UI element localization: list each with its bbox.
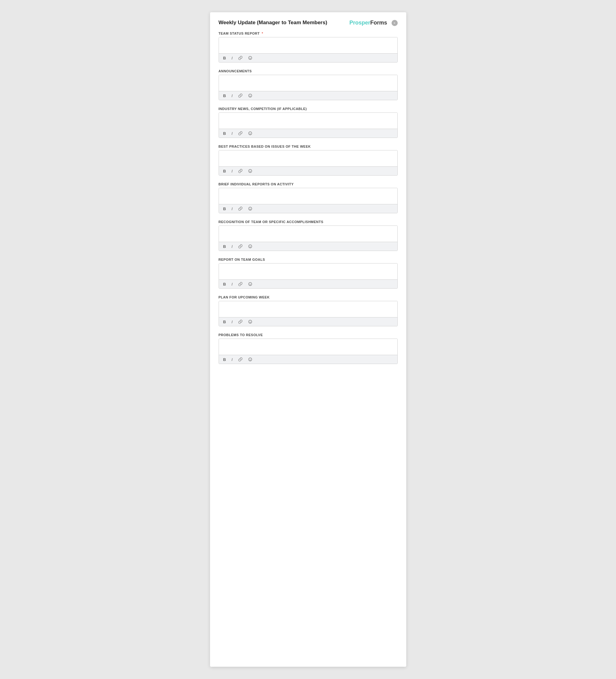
link-button-report-team-goals[interactable] (237, 281, 244, 287)
svg-point-22 (249, 321, 250, 321)
textarea-plan-upcoming-week[interactable] (219, 301, 397, 316)
field-block-recognition: RECOGNITION OF TEAM OR SPECIFIC ACCOMPLI… (219, 220, 398, 251)
italic-button-industry-news[interactable]: I (230, 131, 234, 136)
italic-button-best-practices[interactable]: I (230, 168, 234, 174)
textarea-brief-individual-reports[interactable] (219, 188, 397, 203)
brand-prosper: Prosper (349, 20, 370, 26)
toolbar-report-team-goals: BI (219, 280, 397, 288)
editor-wrapper-brief-individual-reports: BI (219, 188, 398, 213)
svg-point-18 (248, 283, 252, 286)
link-button-plan-upcoming-week[interactable] (237, 319, 244, 324)
bold-button-announcements[interactable]: B (222, 93, 227, 98)
bold-button-brief-individual-reports[interactable]: B (222, 206, 227, 212)
link-button-recognition[interactable] (237, 244, 244, 249)
field-label-report-team-goals: REPORT ON TEAM GOALS (219, 258, 398, 261)
editor-wrapper-recognition: BI (219, 226, 398, 251)
svg-point-0 (248, 56, 252, 60)
emoji-button-recognition[interactable] (247, 244, 253, 249)
editor-wrapper-plan-upcoming-week: BI (219, 301, 398, 326)
field-label-recognition: RECOGNITION OF TEAM OR SPECIFIC ACCOMPLI… (219, 220, 398, 224)
field-block-brief-individual-reports: BRIEF INDIVIDUAL REPORTS ON ACTIVITYBI (219, 182, 398, 213)
field-label-announcements: ANNOUNCEMENTS (219, 69, 398, 73)
italic-button-announcements[interactable]: I (230, 93, 234, 98)
brand-forms: Forms (370, 20, 387, 26)
svg-point-23 (250, 321, 251, 321)
emoji-button-best-practices[interactable] (247, 168, 253, 174)
emoji-button-announcements[interactable] (247, 93, 253, 98)
svg-point-3 (248, 94, 252, 97)
field-label-best-practices: BEST PRACTICES BASED ON ISSUES OF THE WE… (219, 144, 398, 148)
svg-point-26 (250, 359, 251, 359)
svg-point-15 (248, 245, 252, 248)
field-block-best-practices: BEST PRACTICES BASED ON ISSUES OF THE WE… (219, 144, 398, 175)
toolbar-announcements: BI (219, 91, 397, 100)
header-right: ProsperForms × (349, 20, 397, 26)
italic-button-brief-individual-reports[interactable]: I (230, 206, 234, 212)
italic-button-recognition[interactable]: I (230, 244, 234, 249)
svg-point-13 (249, 208, 250, 208)
emoji-button-report-team-goals[interactable] (247, 281, 253, 287)
close-button[interactable]: × (392, 20, 398, 26)
italic-button-team-status-report[interactable]: I (230, 56, 234, 61)
textarea-report-team-goals[interactable] (219, 263, 397, 278)
svg-point-12 (248, 207, 252, 211)
field-label-brief-individual-reports: BRIEF INDIVIDUAL REPORTS ON ACTIVITY (219, 182, 398, 186)
textarea-best-practices[interactable] (219, 151, 397, 165)
svg-point-9 (248, 169, 252, 173)
textarea-announcements[interactable] (219, 75, 397, 90)
svg-point-16 (249, 246, 250, 246)
required-asterisk: * (260, 32, 263, 35)
emoji-button-team-status-report[interactable] (247, 55, 253, 61)
toolbar-team-status-report: BI (219, 53, 397, 62)
bold-button-team-status-report[interactable]: B (222, 56, 227, 61)
toolbar-problems-to-resolve: BI (219, 355, 397, 364)
svg-point-2 (250, 57, 251, 58)
bold-button-report-team-goals[interactable]: B (222, 282, 227, 287)
link-button-problems-to-resolve[interactable] (237, 357, 244, 362)
emoji-button-plan-upcoming-week[interactable] (247, 319, 253, 324)
editor-wrapper-announcements: BI (219, 75, 398, 100)
textarea-recognition[interactable] (219, 226, 397, 240)
emoji-button-brief-individual-reports[interactable] (247, 206, 253, 212)
field-block-report-team-goals: REPORT ON TEAM GOALSBI (219, 258, 398, 289)
field-block-industry-news: INDUSTRY NEWS, COMPETITION (IF APPLICABL… (219, 107, 398, 138)
italic-button-plan-upcoming-week[interactable]: I (230, 319, 234, 324)
svg-point-14 (250, 208, 251, 208)
toolbar-best-practices: BI (219, 166, 397, 175)
field-block-team-status-report: TEAM STATUS REPORT *BI (219, 32, 398, 63)
link-button-team-status-report[interactable] (237, 55, 244, 61)
link-button-best-practices[interactable] (237, 168, 244, 174)
field-label-industry-news: INDUSTRY NEWS, COMPETITION (IF APPLICABL… (219, 107, 398, 110)
textarea-problems-to-resolve[interactable] (219, 339, 397, 354)
fields-container: TEAM STATUS REPORT *BI ANNOUNCEMENTSBI I… (219, 32, 398, 364)
svg-point-24 (248, 358, 252, 361)
svg-point-11 (250, 170, 251, 171)
bold-button-problems-to-resolve[interactable]: B (222, 357, 227, 362)
svg-point-6 (248, 132, 252, 135)
field-label-team-status-report: TEAM STATUS REPORT * (219, 32, 398, 35)
link-button-industry-news[interactable] (237, 131, 244, 136)
field-block-problems-to-resolve: PROBLEMS TO RESOLVEBI (219, 333, 398, 364)
italic-button-problems-to-resolve[interactable]: I (230, 357, 234, 362)
bold-button-recognition[interactable]: B (222, 244, 227, 249)
form-container: Weekly Update (Manager to Team Members) … (210, 12, 406, 667)
bold-button-plan-upcoming-week[interactable]: B (222, 319, 227, 324)
emoji-button-industry-news[interactable] (247, 131, 253, 136)
textarea-team-status-report[interactable] (219, 37, 397, 52)
editor-wrapper-industry-news: BI (219, 112, 398, 138)
editor-wrapper-best-practices: BI (219, 150, 398, 175)
link-button-announcements[interactable] (237, 93, 244, 98)
svg-point-17 (250, 246, 251, 246)
italic-button-report-team-goals[interactable]: I (230, 282, 234, 287)
svg-point-4 (249, 95, 250, 95)
field-block-announcements: ANNOUNCEMENTSBI (219, 69, 398, 100)
svg-point-10 (249, 170, 250, 171)
field-block-plan-upcoming-week: PLAN FOR UPCOMING WEEKBI (219, 295, 398, 326)
editor-wrapper-team-status-report: BI (219, 37, 398, 63)
bold-button-best-practices[interactable]: B (222, 168, 227, 174)
link-button-brief-individual-reports[interactable] (237, 206, 244, 212)
bold-button-industry-news[interactable]: B (222, 131, 227, 136)
emoji-button-problems-to-resolve[interactable] (247, 357, 253, 362)
svg-point-8 (250, 133, 251, 133)
textarea-industry-news[interactable] (219, 113, 397, 127)
